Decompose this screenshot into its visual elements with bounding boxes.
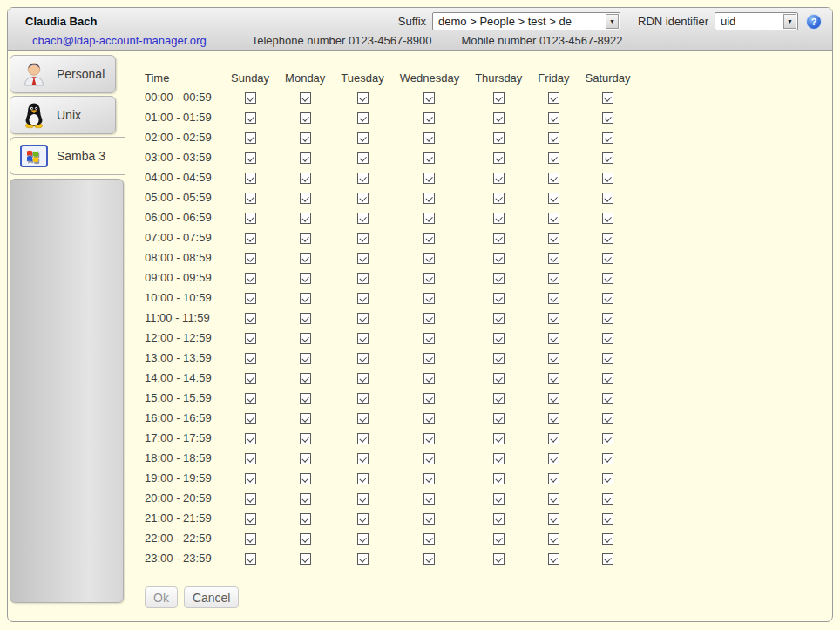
hour-checkbox-saturday-10:00[interactable] [602, 293, 613, 304]
hour-checkbox-friday-12:00[interactable] [548, 333, 559, 344]
hour-checkbox-sunday-20:00[interactable] [245, 493, 256, 505]
tab-samba3[interactable]: Samba 3 [10, 137, 125, 175]
hour-checkbox-saturday-07:00[interactable] [602, 233, 613, 244]
hour-checkbox-wednesday-11:00[interactable] [423, 313, 435, 324]
hour-checkbox-thursday-19:00[interactable] [493, 473, 505, 484]
hour-checkbox-thursday-17:00[interactable] [493, 433, 505, 444]
hour-checkbox-monday-09:00[interactable] [300, 273, 311, 284]
hour-checkbox-saturday-06:00[interactable] [602, 213, 613, 224]
hour-checkbox-tuesday-03:00[interactable] [357, 152, 369, 164]
hour-checkbox-wednesday-23:00[interactable] [423, 553, 435, 565]
hour-checkbox-wednesday-15:00[interactable] [423, 393, 435, 404]
hour-checkbox-sunday-18:00[interactable] [245, 453, 256, 464]
hour-checkbox-thursday-15:00[interactable] [493, 393, 505, 404]
hour-checkbox-thursday-22:00[interactable] [493, 533, 505, 545]
hour-checkbox-wednesday-05:00[interactable] [423, 193, 435, 204]
hour-checkbox-saturday-20:00[interactable] [602, 493, 613, 505]
hour-checkbox-tuesday-20:00[interactable] [357, 493, 369, 505]
hour-checkbox-monday-20:00[interactable] [300, 493, 311, 505]
hour-checkbox-friday-17:00[interactable] [548, 433, 559, 444]
hour-checkbox-monday-04:00[interactable] [300, 173, 311, 184]
hour-checkbox-sunday-02:00[interactable] [245, 132, 256, 144]
hour-checkbox-monday-07:00[interactable] [300, 233, 311, 244]
hour-checkbox-monday-02:00[interactable] [300, 132, 311, 144]
hour-checkbox-thursday-06:00[interactable] [493, 213, 505, 224]
hour-checkbox-saturday-03:00[interactable] [602, 152, 613, 164]
hour-checkbox-saturday-00:00[interactable] [602, 92, 613, 104]
hour-checkbox-sunday-23:00[interactable] [245, 553, 256, 565]
hour-checkbox-saturday-23:00[interactable] [602, 553, 613, 565]
hour-checkbox-wednesday-01:00[interactable] [423, 112, 435, 124]
hour-checkbox-monday-21:00[interactable] [300, 513, 311, 525]
hour-checkbox-sunday-09:00[interactable] [245, 273, 256, 284]
hour-checkbox-friday-14:00[interactable] [548, 373, 559, 384]
hour-checkbox-friday-03:00[interactable] [548, 152, 559, 164]
rdn-identifier-select[interactable]: uid ▼ [715, 12, 798, 30]
hour-checkbox-tuesday-16:00[interactable] [357, 413, 369, 424]
hour-checkbox-friday-00:00[interactable] [548, 92, 559, 104]
hour-checkbox-sunday-12:00[interactable] [245, 333, 256, 344]
hour-checkbox-tuesday-08:00[interactable] [357, 253, 369, 264]
hour-checkbox-tuesday-00:00[interactable] [357, 92, 369, 104]
hour-checkbox-thursday-14:00[interactable] [493, 373, 505, 384]
hour-checkbox-friday-18:00[interactable] [548, 453, 559, 464]
hour-checkbox-thursday-03:00[interactable] [493, 152, 505, 164]
hour-checkbox-tuesday-17:00[interactable] [357, 433, 369, 444]
hour-checkbox-sunday-00:00[interactable] [245, 92, 256, 104]
hour-checkbox-wednesday-10:00[interactable] [423, 293, 435, 304]
hour-checkbox-friday-22:00[interactable] [548, 533, 559, 545]
hour-checkbox-monday-13:00[interactable] [300, 353, 311, 364]
hour-checkbox-thursday-21:00[interactable] [493, 513, 505, 525]
hour-checkbox-monday-01:00[interactable] [300, 112, 311, 124]
hour-checkbox-sunday-06:00[interactable] [245, 213, 256, 224]
hour-checkbox-thursday-05:00[interactable] [493, 193, 505, 204]
hour-checkbox-saturday-21:00[interactable] [602, 513, 613, 525]
hour-checkbox-saturday-12:00[interactable] [602, 333, 613, 344]
hour-checkbox-saturday-19:00[interactable] [602, 473, 613, 484]
hour-checkbox-wednesday-21:00[interactable] [423, 513, 435, 525]
hour-checkbox-sunday-10:00[interactable] [245, 293, 256, 304]
hour-checkbox-tuesday-09:00[interactable] [357, 273, 369, 284]
hour-checkbox-friday-23:00[interactable] [548, 553, 559, 565]
hour-checkbox-monday-12:00[interactable] [300, 333, 311, 344]
hour-checkbox-saturday-15:00[interactable] [602, 393, 613, 404]
hour-checkbox-thursday-20:00[interactable] [493, 493, 505, 505]
hour-checkbox-monday-18:00[interactable] [300, 453, 311, 464]
hour-checkbox-tuesday-22:00[interactable] [357, 533, 369, 545]
hour-checkbox-sunday-17:00[interactable] [245, 433, 256, 444]
hour-checkbox-friday-05:00[interactable] [548, 193, 559, 204]
hour-checkbox-saturday-11:00[interactable] [602, 313, 613, 324]
hour-checkbox-monday-06:00[interactable] [300, 213, 311, 224]
hour-checkbox-friday-20:00[interactable] [548, 493, 559, 505]
hour-checkbox-friday-04:00[interactable] [548, 173, 559, 184]
hour-checkbox-tuesday-05:00[interactable] [357, 193, 369, 204]
hour-checkbox-wednesday-17:00[interactable] [423, 433, 435, 444]
hour-checkbox-sunday-11:00[interactable] [245, 313, 256, 324]
hour-checkbox-sunday-14:00[interactable] [245, 373, 256, 384]
hour-checkbox-thursday-11:00[interactable] [493, 313, 505, 324]
hour-checkbox-tuesday-18:00[interactable] [357, 453, 369, 464]
cancel-button[interactable]: Cancel [184, 586, 240, 608]
hour-checkbox-thursday-07:00[interactable] [493, 233, 505, 244]
hour-checkbox-sunday-03:00[interactable] [245, 152, 256, 164]
hour-checkbox-monday-17:00[interactable] [300, 433, 311, 444]
hour-checkbox-tuesday-14:00[interactable] [357, 373, 369, 384]
hour-checkbox-sunday-22:00[interactable] [245, 533, 256, 545]
hour-checkbox-wednesday-16:00[interactable] [423, 413, 435, 424]
hour-checkbox-wednesday-03:00[interactable] [423, 152, 435, 164]
hour-checkbox-friday-08:00[interactable] [548, 253, 559, 264]
hour-checkbox-friday-13:00[interactable] [548, 353, 559, 364]
hour-checkbox-thursday-12:00[interactable] [493, 333, 505, 344]
hour-checkbox-friday-10:00[interactable] [548, 293, 559, 304]
hour-checkbox-monday-03:00[interactable] [300, 152, 311, 164]
hour-checkbox-wednesday-18:00[interactable] [423, 453, 435, 464]
hour-checkbox-tuesday-13:00[interactable] [357, 353, 369, 364]
hour-checkbox-monday-22:00[interactable] [300, 533, 311, 545]
hour-checkbox-monday-19:00[interactable] [300, 473, 311, 484]
hour-checkbox-sunday-07:00[interactable] [245, 233, 256, 244]
hour-checkbox-friday-19:00[interactable] [548, 473, 559, 484]
hour-checkbox-wednesday-20:00[interactable] [423, 493, 435, 505]
hour-checkbox-wednesday-04:00[interactable] [423, 173, 435, 184]
hour-checkbox-saturday-09:00[interactable] [602, 273, 613, 284]
hour-checkbox-saturday-22:00[interactable] [602, 533, 613, 545]
